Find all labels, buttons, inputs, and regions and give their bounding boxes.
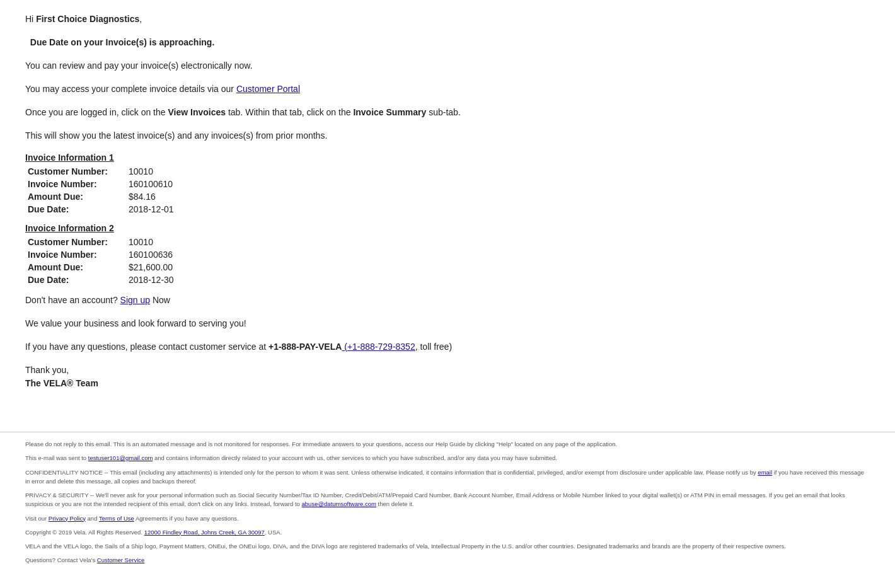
- questions-before: If you have any questions, please contac…: [25, 342, 268, 352]
- customer-number-label: Customer Number:: [25, 165, 126, 178]
- visit-and: and: [86, 515, 99, 522]
- invoice-number-value: 160100636: [126, 248, 179, 261]
- table-row: Due Date: 2018-12-30: [25, 274, 179, 286]
- amount-due-value: $84.16: [126, 190, 179, 203]
- sign-up-link[interactable]: Sign up: [120, 295, 150, 305]
- amount-due-label: Amount Due:: [25, 261, 126, 274]
- privacy-after: then delete it.: [376, 500, 414, 507]
- invoice-number-label: Invoice Number:: [25, 248, 126, 261]
- table-row: Invoice Number: 160100610: [25, 178, 179, 190]
- due-date-value: 2018-12-30: [126, 274, 179, 286]
- footer-email-link[interactable]: testuser101@gmail.com: [88, 454, 153, 461]
- invoice-number-label: Invoice Number:: [25, 178, 126, 190]
- company-name: First Choice Diagnostics: [36, 14, 139, 24]
- phone-after: , toll free): [415, 342, 452, 352]
- para3-after: sub-tab.: [426, 107, 460, 117]
- due-date-notice: Due Date on your Invoice(s) is approachi…: [25, 36, 542, 49]
- para2: You may access your complete invoice det…: [25, 83, 542, 96]
- table-row: Amount Due: $84.16: [25, 190, 179, 203]
- invoice-title-1: Invoice Information 1: [25, 153, 542, 163]
- visit-after: Agreements if you have any questions.: [134, 515, 239, 522]
- visit-before: Visit our: [25, 515, 49, 522]
- customer-number-label: Customer Number:: [25, 236, 126, 248]
- we-value-line: We value your business and look forward …: [25, 317, 542, 330]
- invoice-number-value: 160100610: [126, 178, 179, 190]
- para3-middle: tab. Within that tab, click on the: [226, 107, 353, 117]
- customer-service-link[interactable]: Customer Service: [97, 556, 145, 563]
- footer-area: Please do not reply to this email. This …: [0, 432, 895, 583]
- table-row: Due Date: 2018-12-01: [25, 203, 179, 216]
- amount-due-label: Amount Due:: [25, 190, 126, 203]
- para1: You can review and pay your invoice(s) e…: [25, 59, 542, 72]
- no-account-after: Now: [150, 295, 170, 305]
- footer-questions-before: Questions? Contact Vela's: [25, 556, 97, 563]
- greeting-line: Hi First Choice Diagnostics,: [25, 13, 542, 26]
- table-row: Invoice Number: 160100636: [25, 248, 179, 261]
- copyright-text: Copyright © 2019 Vela. All Rights Reserv…: [25, 529, 144, 536]
- footer-privacy: PRIVACY & SECURITY -- We'll never ask fo…: [25, 491, 870, 509]
- invoice-section-1: Invoice Information 1 Customer Number: 1…: [25, 153, 542, 216]
- no-account-before: Don't have an account?: [25, 295, 120, 305]
- copyright-after: , USA.: [265, 529, 282, 536]
- para3: Once you are logged in, click on the Vie…: [25, 106, 542, 119]
- footer-line1: Please do not reply to this email. This …: [25, 440, 870, 449]
- footer-line2: This e-mail was sent to testuser101@gmai…: [25, 454, 870, 463]
- invoice-summary-bold: Invoice Summary: [353, 107, 426, 117]
- customer-number-value: 10010: [126, 236, 179, 248]
- phone-link[interactable]: (+1-888-729-8352: [342, 342, 415, 352]
- phone-bold: +1-888-PAY-VELA: [268, 342, 342, 352]
- terms-of-use-link[interactable]: Terms of Use: [99, 515, 134, 522]
- privacy-text: PRIVACY & SECURITY -- We'll never ask fo…: [25, 492, 845, 507]
- questions-line: If you have any questions, please contac…: [25, 340, 542, 354]
- customer-number-value: 10010: [126, 165, 179, 178]
- table-row: Customer Number: 10010: [25, 236, 179, 248]
- thank-you: Thank you, The VELA® Team: [25, 364, 542, 390]
- footer-confidentiality: CONFIDENTIALITY NOTICE -- This email (in…: [25, 468, 870, 487]
- para2-before: You may access your complete invoice det…: [25, 84, 236, 94]
- footer-trademark: VELA and the VELA logo, the Sails of a S…: [25, 542, 870, 551]
- privacy-policy-link[interactable]: Privacy Policy: [49, 515, 86, 522]
- signature: The VELA® Team: [25, 378, 98, 388]
- footer-copyright: Copyright © 2019 Vela. All Rights Reserv…: [25, 528, 870, 537]
- footer-line2-before: This e-mail was sent to: [25, 454, 88, 461]
- confidentiality-before: CONFIDENTIALITY NOTICE -- This email (in…: [25, 469, 758, 476]
- view-invoices-bold: View Invoices: [168, 107, 226, 117]
- para3-before: Once you are logged in, click on the: [25, 107, 168, 117]
- due-date-label: Due Date:: [25, 203, 126, 216]
- amount-due-value: $21,600.00: [126, 261, 179, 274]
- thank-you-text: Thank you,: [25, 365, 69, 375]
- due-date-notice-text: Due Date on your Invoice(s) is approachi…: [30, 37, 215, 47]
- invoice-table-2: Customer Number: 10010 Invoice Number: 1…: [25, 236, 179, 286]
- invoice-table-1: Customer Number: 10010 Invoice Number: 1…: [25, 165, 179, 216]
- footer-questions: Questions? Contact Vela's Customer Servi…: [25, 556, 870, 565]
- table-row: Customer Number: 10010: [25, 165, 179, 178]
- due-date-label: Due Date:: [25, 274, 126, 286]
- no-account-line: Don't have an account? Sign up Now: [25, 294, 542, 307]
- table-row: Amount Due: $21,600.00: [25, 261, 179, 274]
- footer-line2-after: and contains information directly relate…: [153, 454, 557, 461]
- footer-visit: Visit our Privacy Policy and Terms of Us…: [25, 514, 870, 523]
- para4: This will show you the latest invoice(s)…: [25, 129, 542, 142]
- footer-notify-email-link[interactable]: email: [758, 469, 772, 476]
- due-date-value: 2018-12-01: [126, 203, 179, 216]
- abuse-email-link[interactable]: abuse@datumsoftware.com: [302, 500, 376, 507]
- invoice-title-2: Invoice Information 2: [25, 223, 542, 233]
- address-link[interactable]: 12000 Findley Road, Johns Creek, GA 3009…: [144, 529, 265, 536]
- invoice-section-2: Invoice Information 2 Customer Number: 1…: [25, 223, 542, 286]
- customer-portal-link[interactable]: Customer Portal: [236, 84, 300, 94]
